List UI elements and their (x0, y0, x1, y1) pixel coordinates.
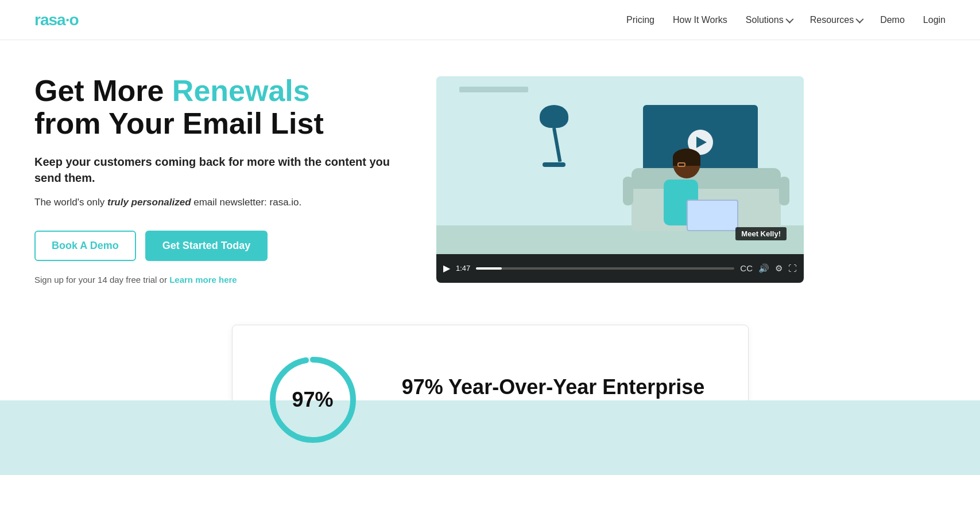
stats-circle: 97% (267, 354, 359, 446)
video-controls[interactable]: ▶ 1:47 CC 🔊 ⚙ ⛶ (436, 254, 804, 283)
settings-button[interactable]: ⚙ (775, 263, 783, 274)
video-progress-fill (476, 267, 502, 270)
hero-trial-text: Sign up for your 14 day free trial or Le… (34, 275, 402, 285)
stats-percent: 97% (267, 354, 359, 446)
nav-item-login[interactable]: Login (923, 15, 946, 25)
nav-item-demo[interactable]: Demo (880, 15, 905, 25)
hero-subtext: Keep your customers coming back for more… (34, 154, 402, 186)
main-nav: Pricing How It Works Solutions Resources… (626, 15, 946, 25)
hero-headline: Get More Renewals from Your Email List (34, 75, 402, 140)
book-demo-button[interactable]: Book A Demo (34, 231, 136, 261)
cc-button[interactable]: CC (740, 263, 753, 273)
laptop-icon (687, 200, 738, 231)
logo-text-main: rasa (34, 11, 65, 29)
stats-section: 97% 97% Year-Over-Year Enterprise Client… (0, 307, 980, 475)
hero-content: Get More Renewals from Your Email List K… (34, 75, 402, 285)
video-timestamp: 1:47 (456, 264, 470, 272)
fullscreen-button[interactable]: ⛶ (788, 263, 797, 273)
chevron-down-icon (785, 15, 793, 23)
hero-tagline: The world's only truly personalized emai… (34, 195, 402, 210)
play-pause-button[interactable]: ▶ (443, 263, 450, 274)
nav-item-solutions[interactable]: Solutions (746, 15, 792, 25)
play-triangle-icon (696, 137, 707, 148)
video-scene: Meet Kelly! (436, 76, 804, 254)
logo[interactable]: rasa·o (34, 11, 79, 29)
learn-more-link[interactable]: Learn more here (169, 275, 237, 285)
logo-text-accent: ·o (65, 11, 79, 29)
header: rasa·o Pricing How It Works Solutions Re… (0, 0, 980, 40)
nav-item-resources[interactable]: Resources (810, 15, 862, 25)
volume-button[interactable]: 🔊 (758, 263, 769, 274)
teal-band-background (0, 400, 980, 475)
hero-buttons: Book A Demo Get Started Today (34, 231, 402, 261)
hero-section: Get More Renewals from Your Email List K… (0, 40, 980, 307)
hero-video[interactable]: Meet Kelly! ▶ 1:47 CC 🔊 ⚙ ⛶ (436, 76, 804, 283)
shelf-items (460, 76, 491, 95)
chevron-down-icon (855, 15, 863, 23)
person-illustration (661, 149, 700, 225)
nav-item-pricing[interactable]: Pricing (626, 15, 654, 25)
get-started-button[interactable]: Get Started Today (145, 231, 268, 261)
nav-item-how-it-works[interactable]: How It Works (673, 15, 727, 25)
meet-kelly-label: Meet Kelly! (735, 227, 787, 240)
lamp-icon (540, 105, 568, 167)
video-progress-bar[interactable] (476, 267, 734, 270)
